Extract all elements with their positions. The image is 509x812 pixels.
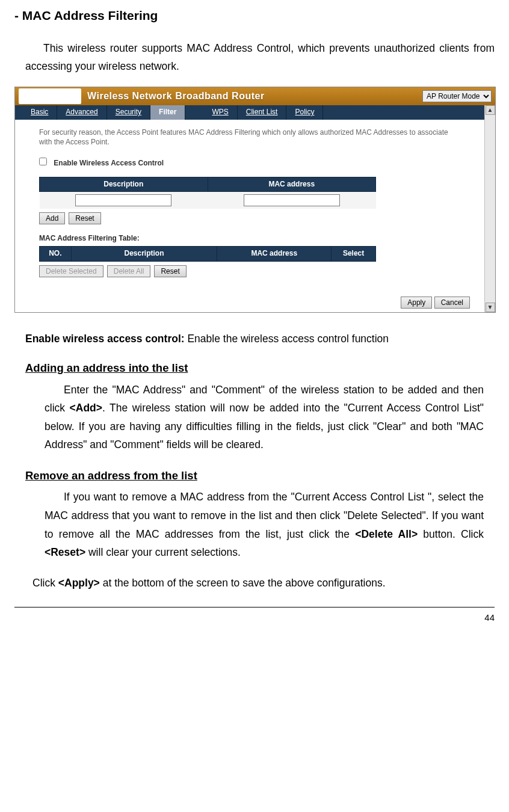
add-bold: <Add> [70, 402, 102, 414]
tab-advanced[interactable]: Advanced [57, 105, 106, 120]
remove-bold-reset: <Reset> [45, 546, 85, 558]
filter-header-mac: MAC address [217, 246, 332, 261]
tab-filter[interactable]: Filter [150, 105, 185, 120]
apply-pre: Click [32, 577, 58, 589]
remove-bold-delete-all: <Delete All> [355, 528, 418, 540]
reset-button[interactable]: Reset [69, 212, 100, 224]
description-input[interactable] [75, 194, 171, 206]
enable-control-text: Enable the wireless access control funct… [185, 333, 389, 345]
tab-policy[interactable]: Policy [286, 105, 323, 120]
mode-select[interactable]: AP Router Mode [422, 90, 492, 102]
delete-selected-button[interactable]: Delete Selected [39, 265, 103, 277]
router-tabs: Basic Advanced Security Filter WPS Clien… [15, 105, 484, 120]
enable-checkbox[interactable] [39, 158, 47, 165]
add-heading: Adding an address into the list [25, 358, 495, 378]
apply-post: at the bottom of the screen to save the … [100, 577, 386, 589]
add-button[interactable]: Add [39, 212, 65, 224]
add-para-post: . The wireless station will now be added… [45, 402, 484, 451]
entry-table: Description MAC address [39, 177, 376, 209]
entry-header-mac: MAC address [208, 177, 376, 192]
footer-divider [14, 607, 495, 607]
remove-heading: Remove an address from the list [25, 466, 495, 485]
router-title-text: Wireless Network Broadband Router [87, 90, 265, 103]
scrollbar[interactable]: ▲ ▼ [484, 105, 495, 312]
cancel-button[interactable]: Cancel [434, 297, 470, 309]
filter-header-description: Description [71, 246, 217, 261]
mac-input[interactable] [244, 194, 340, 206]
filter-header-no: NO. [40, 246, 72, 261]
section-heading: - MAC Address Filtering [14, 5, 495, 27]
remove-para-mid: button. Click [418, 528, 484, 540]
apply-bold: <Apply> [58, 577, 100, 589]
router-titlebar: Wireless Network Broadband Router AP Rou… [15, 87, 495, 105]
apply-button[interactable]: Apply [401, 297, 432, 309]
tab-wps[interactable]: WPS [203, 105, 237, 120]
intro-paragraph: This wireless router supports MAC Addres… [25, 39, 495, 76]
page-number: 44 [14, 610, 495, 626]
entry-header-description: Description [40, 177, 208, 192]
enable-checkbox-label: Enable Wireless Access Control [54, 159, 164, 167]
remove-para-post: will clear your current selections. [85, 546, 241, 558]
scroll-down-icon[interactable]: ▼ [486, 303, 495, 312]
delete-all-button[interactable]: Delete All [107, 265, 151, 277]
enable-control-label: Enable wireless access control: [25, 333, 185, 345]
apply-paragraph: Click <Apply> at the bottom of the scree… [32, 574, 495, 592]
filter-table: NO. Description MAC address Select [39, 246, 376, 262]
filter-table-title: MAC Address Filtering Table: [39, 234, 460, 244]
enable-control-paragraph: Enable wireless access control: Enable t… [25, 330, 495, 348]
router-screenshot: Wireless Network Broadband Router AP Rou… [14, 87, 496, 313]
remove-paragraph: If you want to remove a MAC address from… [45, 488, 484, 562]
scroll-up-icon[interactable]: ▲ [486, 105, 495, 115]
tab-security[interactable]: Security [107, 105, 150, 120]
tab-client-list[interactable]: Client List [238, 105, 287, 120]
filter-header-select: Select [332, 246, 376, 261]
add-paragraph: Enter the "MAC Address" and "Comment" of… [45, 381, 484, 455]
reset2-button[interactable]: Reset [154, 265, 186, 277]
tab-basic[interactable]: Basic [22, 105, 57, 120]
router-note: For security reason, the Access Point fe… [39, 128, 460, 147]
